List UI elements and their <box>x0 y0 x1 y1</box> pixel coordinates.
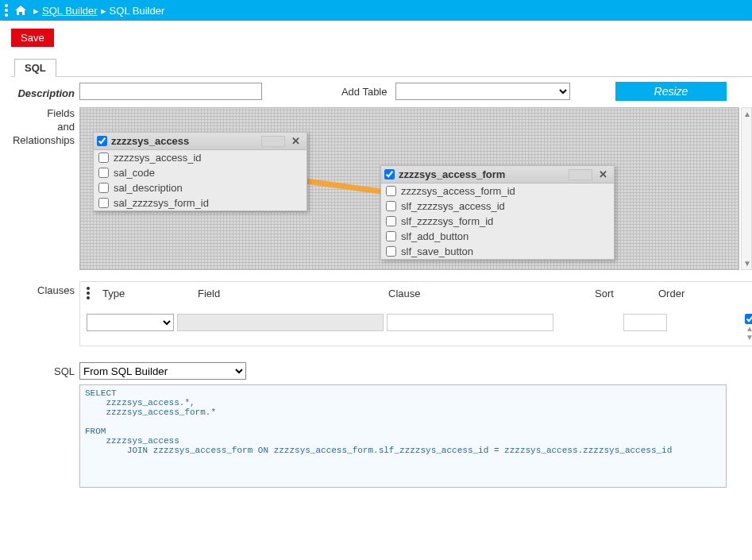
field-name: slf_zzzzsys_form_id <box>401 215 493 227</box>
field-row[interactable]: slf_save_button <box>381 244 614 259</box>
home-icon[interactable] <box>14 5 27 16</box>
add-table-select[interactable] <box>395 83 570 100</box>
column-order: Order <box>658 288 722 299</box>
scroll-down-icon[interactable]: ▼ <box>746 333 752 342</box>
breadcrumb-current: SQL Builder <box>110 5 165 17</box>
clauses-panel: Type Field Clause Sort Order ▲ ▼ <box>79 281 752 346</box>
field-checkbox[interactable] <box>98 183 109 193</box>
column-field: Field <box>198 288 388 299</box>
sql-editor[interactable]: SELECT zzzzsys_access.*, zzzzsys_access_… <box>79 384 727 488</box>
field-checkbox[interactable] <box>98 198 109 208</box>
save-button[interactable]: Save <box>11 29 54 47</box>
field-checkbox[interactable] <box>386 201 396 211</box>
label-clauses: Clauses <box>0 281 79 346</box>
label-add-table: Add Table <box>308 86 395 98</box>
table-title-handle[interactable] <box>261 136 285 147</box>
field-name: slf_zzzzsys_access_id <box>401 200 505 212</box>
top-bar: ▸ SQL Builder ▸ SQL Builder <box>0 0 752 21</box>
field-name: sal_code <box>114 167 155 179</box>
clause-type-select[interactable] <box>87 314 174 331</box>
field-name: zzzzsys_access_id <box>114 152 202 164</box>
table-select-all-checkbox[interactable] <box>384 169 395 180</box>
description-input[interactable] <box>79 83 262 100</box>
field-row[interactable]: slf_add_button <box>381 229 614 244</box>
field-name: sal_description <box>114 182 183 194</box>
table-select-all-checkbox[interactable] <box>97 136 107 146</box>
field-row[interactable]: zzzzsys_access_form_id <box>381 183 614 199</box>
canvas-scrollbar[interactable]: ▲ ▼ <box>741 107 752 270</box>
table-window-2[interactable]: zzzzsys_access_form ✕ zzzzsys_access_for… <box>380 165 615 260</box>
menu-kebab-icon[interactable] <box>5 4 10 17</box>
field-name: zzzzsys_access_form_id <box>401 185 515 197</box>
field-name: slf_add_button <box>401 230 469 242</box>
field-checkbox[interactable] <box>98 168 109 178</box>
breadcrumb-sep: ▸ <box>101 5 106 17</box>
tab-sql[interactable]: SQL <box>14 59 56 77</box>
field-checkbox[interactable] <box>386 246 396 257</box>
column-clause: Clause <box>388 288 595 299</box>
breadcrumb-sep: ▸ <box>33 5 39 17</box>
clause-order-input[interactable] <box>623 314 667 331</box>
table-title-bar[interactable]: zzzzsys_access ✕ <box>94 133 307 150</box>
field-checkbox[interactable] <box>386 216 396 226</box>
sql-source-select[interactable]: From SQL Builder <box>79 362 246 380</box>
column-type: Type <box>102 288 198 299</box>
field-checkbox[interactable] <box>386 231 396 241</box>
field-name: sal_zzzzsys_form_id <box>114 197 209 209</box>
scroll-up-icon[interactable]: ▲ <box>746 324 752 333</box>
table-name: zzzzsys_access_form <box>399 168 569 180</box>
table-window-1[interactable]: zzzzsys_access ✕ zzzzsys_access_id sal_c… <box>93 132 307 211</box>
resize-button[interactable]: Resize <box>615 82 727 101</box>
scroll-down-icon[interactable]: ▼ <box>743 259 751 268</box>
field-row[interactable]: sal_zzzzsys_form_id <box>94 195 307 210</box>
label-fields-relationships: Fields and Relationships <box>0 107 79 270</box>
field-row[interactable]: slf_zzzzsys_form_id <box>381 214 614 229</box>
clause-field-input[interactable] <box>177 314 384 331</box>
column-sort: Sort <box>595 288 658 299</box>
clause-clause-input[interactable] <box>387 314 553 331</box>
table-title-bar[interactable]: zzzzsys_access_form ✕ <box>381 166 614 183</box>
field-row[interactable]: slf_zzzzsys_access_id <box>381 199 614 214</box>
close-icon[interactable]: ✕ <box>596 168 611 180</box>
clauses-menu-icon[interactable] <box>87 287 91 299</box>
table-title-handle[interactable] <box>569 169 592 180</box>
field-name: slf_save_button <box>401 245 473 257</box>
label-sql: SQL <box>0 362 79 380</box>
field-row[interactable]: sal_code <box>94 165 307 180</box>
table-name: zzzzsys_access <box>111 135 261 147</box>
label-description: Description <box>0 84 79 99</box>
breadcrumb-link[interactable]: SQL Builder <box>42 5 98 17</box>
field-row[interactable]: zzzzsys_access_id <box>94 150 307 165</box>
field-checkbox[interactable] <box>386 186 396 196</box>
close-icon[interactable]: ✕ <box>288 135 303 147</box>
clause-row-checkbox[interactable] <box>745 314 753 324</box>
field-row[interactable]: sal_description <box>94 180 307 195</box>
field-checkbox[interactable] <box>98 153 109 163</box>
scroll-up-icon[interactable]: ▲ <box>743 110 751 118</box>
relationship-canvas[interactable]: zzzzsys_access ✕ zzzzsys_access_id sal_c… <box>79 107 739 270</box>
